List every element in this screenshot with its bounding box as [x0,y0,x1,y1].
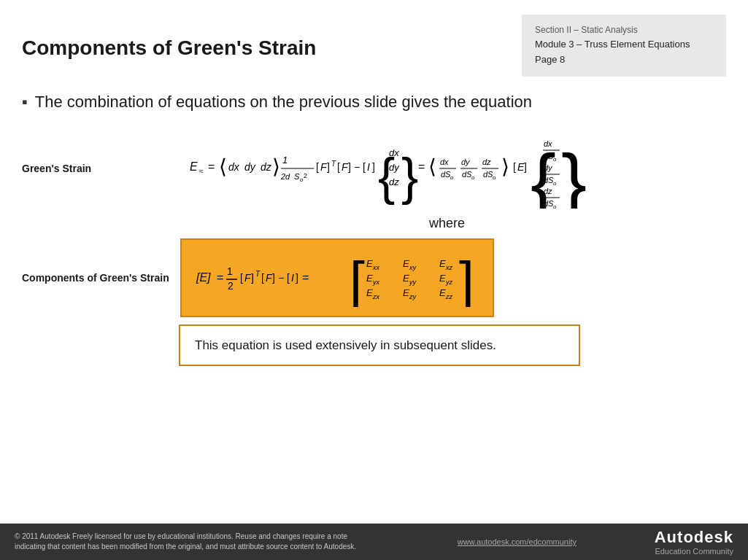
svg-text:E: E [190,160,198,173]
svg-text:dx: dx [440,158,449,166]
svg-text:≈: ≈ [199,167,204,175]
greens-strain-equation: E ≈ = ⟨ dx dy dz ⟩ 1 2d S o [186,128,682,209]
svg-text:zz: zz [445,293,453,300]
svg-text:⟨: ⟨ [428,155,436,178]
components-row: Components of Green's Strain [E] = 1 2 [… [22,238,726,317]
svg-text:dS: dS [441,170,451,179]
svg-text:−: − [278,272,284,284]
svg-text:E: E [403,273,409,284]
page-container: Components of Green's Strain Section II … [0,0,748,560]
svg-text:]: ] [272,272,275,284]
svg-text:]: ] [372,161,375,173]
components-label: Components of Green's Strain [22,272,169,284]
svg-text:E: E [366,273,373,284]
svg-text:o: o [553,180,557,187]
svg-text:[: [ [513,161,516,173]
footer-right: Autodesk Education Community [655,528,733,556]
education-community: Education Community [655,547,733,556]
svg-text:]: ] [251,272,254,284]
svg-text:dz: dz [389,176,399,187]
svg-text:]: ] [296,272,298,284]
svg-text:o: o [553,203,557,209]
svg-text:T: T [255,270,261,278]
svg-text:]: ] [348,161,351,173]
note-box: This equation is used extensively in sub… [179,324,580,367]
svg-text:]: ] [459,250,474,307]
svg-text:I: I [291,272,294,284]
svg-text:E: E [403,287,409,298]
svg-text:2: 2 [228,280,234,292]
svg-text:yy: yy [409,279,417,286]
svg-text:S: S [294,172,300,181]
svg-text:dy: dy [544,163,553,172]
main-content: ▪ The combination of equations on the pr… [0,84,748,374]
svg-text:dS: dS [483,170,493,179]
components-matrix-svg: [ E xx E xy E xz E yx E [348,249,479,307]
bullet-text: The combination of equations on the prev… [35,91,532,114]
svg-text:E: E [366,287,373,298]
svg-text:E: E [403,258,409,269]
svg-text:[: [ [337,161,340,173]
footer-website[interactable]: www.autodesk.com/edcommunity [458,537,577,546]
svg-text:dS: dS [544,152,554,160]
header-area: Components of Green's Strain Section II … [0,0,748,84]
svg-text:I: I [367,161,370,173]
svg-text:=: = [208,160,215,173]
section-info-box: Section II – Static Analysis Module 3 – … [522,15,726,77]
svg-text:o: o [493,174,496,181]
svg-text:1: 1 [227,265,233,277]
module-line: Module 3 – Truss Element Equations [535,37,713,52]
svg-text:dy: dy [389,162,400,173]
svg-text:o: o [553,156,557,163]
svg-text:2d: 2d [280,172,290,181]
bullet-symbol: ▪ [22,93,28,112]
svg-text:dS: dS [462,170,472,179]
greens-strain-svg: E ≈ = ⟨ dx dy dz ⟩ 1 2d S o [186,128,682,209]
slide-title: Components of Green's Strain [22,15,316,60]
svg-text:xx: xx [372,264,380,271]
svg-text:−: − [354,161,360,173]
svg-text:[: [ [363,161,366,173]
svg-text:E: E [439,287,446,298]
svg-text:dz: dz [544,187,552,195]
svg-text:dx: dx [228,161,240,173]
svg-text:dy: dy [461,158,471,166]
svg-text:E: E [366,258,373,269]
svg-text:[: [ [316,161,319,173]
svg-text:o: o [450,174,454,181]
components-lhs-svg: [E] = 1 2 [ F ] T [ F ] − [ [195,249,341,307]
svg-text:[: [ [350,250,365,307]
note-text: This equation is used extensively in sub… [195,337,564,354]
svg-text:yz: yz [445,279,453,286]
svg-text:dS: dS [544,176,554,184]
svg-text:1: 1 [282,155,288,166]
svg-text:=: = [302,271,309,284]
svg-text:[: [ [261,272,264,284]
svg-text:[E]: [E] [196,271,211,284]
svg-text:xz: xz [445,264,453,271]
svg-text:T: T [331,160,336,168]
where-label: where [168,216,726,231]
svg-text:⟩: ⟩ [501,155,509,178]
svg-text:=: = [418,160,425,173]
svg-text:=: = [217,271,223,284]
svg-text:2: 2 [304,172,307,179]
svg-text:dx: dx [389,147,399,158]
svg-text:dz: dz [261,161,272,173]
components-equation-box: [E] = 1 2 [ F ] T [ F ] − [ [180,238,494,317]
svg-text:dy: dy [244,161,256,173]
svg-text:⟩: ⟩ [272,155,280,178]
page-line: Page 8 [535,52,713,68]
svg-text:E: E [439,258,446,269]
svg-text:[: [ [240,272,243,284]
svg-text:yx: yx [372,279,380,286]
section-line: Section II – Static Analysis [535,23,713,37]
svg-text:zx: zx [372,293,380,300]
footer-left: © 2011 Autodesk Freely licensed for use … [15,532,379,552]
greens-strain-label: Green's Strain [22,163,168,174]
svg-text:}: } [401,148,418,205]
svg-text:}: } [561,139,587,209]
svg-text:o: o [471,174,475,181]
svg-text:xy: xy [409,264,417,271]
svg-text:dz: dz [482,158,491,166]
